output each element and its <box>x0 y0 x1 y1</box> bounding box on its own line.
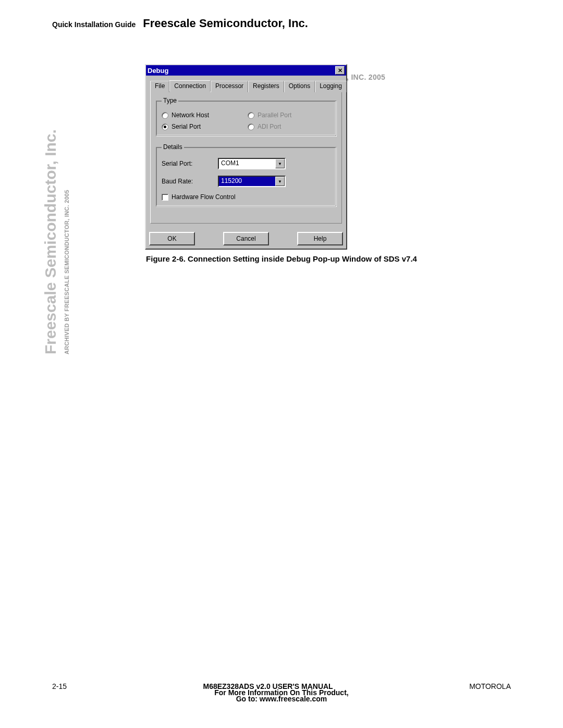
baud-rate-combo[interactable]: 115200 ▼ <box>218 176 286 187</box>
ok-button[interactable]: OK <box>149 232 195 245</box>
page-footer: 2-15 M68EZ328ADS v2.0 USER'S MANUAL MOTO… <box>52 682 511 703</box>
radio-adi-port: ADI Port <box>248 123 331 130</box>
dialog-title: Debug <box>148 67 168 75</box>
tab-processor[interactable]: Processor <box>211 81 248 92</box>
figure-caption: Figure 2-6. Connection Setting inside De… <box>146 254 417 263</box>
hw-flow-checkbox[interactable]: Hardware Flow Control <box>162 193 331 201</box>
tab-panel-connection: Type Network Host Parallel Port Serial P… <box>150 91 342 224</box>
tab-registers[interactable]: Registers <box>248 81 284 92</box>
tabs-row: File Connection Processor Registers Opti… <box>150 80 342 91</box>
radio-label: ADI Port <box>258 123 281 130</box>
type-groupbox: Type Network Host Parallel Port Serial P… <box>156 97 336 136</box>
baud-rate-value[interactable]: 115200 <box>219 177 275 186</box>
tab-options[interactable]: Options <box>284 81 315 92</box>
help-button[interactable]: Help <box>297 232 343 245</box>
radio-icon <box>248 124 254 130</box>
chevron-down-icon: ▼ <box>278 179 282 184</box>
serial-port-label: Serial Port: <box>162 160 218 167</box>
radio-parallel-port: Parallel Port <box>248 112 331 119</box>
watermark-side-archived: ARCHIVED BY FREESCALE SEMICONDUCTOR, INC… <box>64 190 70 354</box>
radio-label: Network Host <box>172 112 209 119</box>
radio-label: Parallel Port <box>258 112 291 119</box>
radio-network-host[interactable]: Network Host <box>162 112 244 119</box>
header-section-label: Quick Installation Guide <box>52 20 136 29</box>
radio-label: Serial Port <box>172 123 201 130</box>
watermark-side-company: Freescale Semiconductor, Inc. <box>42 129 59 354</box>
radio-icon <box>162 112 168 119</box>
cancel-button[interactable]: Cancel <box>223 232 269 245</box>
radio-icon <box>248 112 254 119</box>
dialog-titlebar[interactable]: Debug ✕ <box>146 65 346 76</box>
chevron-down-icon: ▼ <box>278 162 282 166</box>
radio-serial-port[interactable]: Serial Port <box>162 123 244 130</box>
serial-port-combo[interactable]: COM1 ▼ <box>218 158 286 169</box>
header-company: Freescale Semiconductor, Inc. <box>143 17 308 30</box>
debug-dialog: Debug ✕ File Connection Processor Regist… <box>145 64 347 250</box>
close-icon: ✕ <box>338 68 342 73</box>
details-legend: Details <box>162 143 184 151</box>
baud-rate-row: Baud Rate: 115200 ▼ <box>162 176 331 187</box>
footer-url: Go to: www.freescale.com <box>52 695 511 703</box>
serial-port-value[interactable]: COM1 <box>219 159 275 168</box>
checkbox-icon <box>162 194 168 201</box>
tab-logging[interactable]: Logging <box>315 81 347 92</box>
dropdown-button[interactable]: ▼ <box>275 177 285 186</box>
tab-file[interactable]: File <box>150 81 169 92</box>
close-button[interactable]: ✕ <box>335 66 345 75</box>
footer-page-number: 2-15 <box>52 682 67 690</box>
baud-rate-label: Baud Rate: <box>162 178 218 185</box>
details-groupbox: Details Serial Port: COM1 ▼ Baud Rate: 1… <box>156 143 336 206</box>
dropdown-button[interactable]: ▼ <box>275 159 285 168</box>
page-header: Quick Installation Guide Freescale Semic… <box>52 17 511 30</box>
radio-dot-icon <box>164 126 166 128</box>
tab-connection[interactable]: Connection <box>169 80 211 92</box>
dialog-body: File Connection Processor Registers Opti… <box>146 76 346 229</box>
type-legend: Type <box>162 97 178 104</box>
hw-flow-label: Hardware Flow Control <box>172 193 236 201</box>
footer-brand: MOTOROLA <box>469 682 511 690</box>
dialog-button-row: OK Cancel Help <box>146 229 346 249</box>
radio-icon <box>162 124 168 130</box>
serial-port-row: Serial Port: COM1 ▼ <box>162 158 331 169</box>
